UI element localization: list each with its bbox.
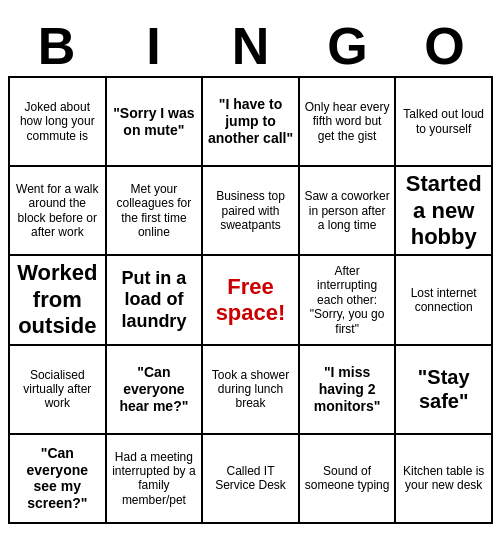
- bingo-cell-24: Kitchen table is your new desk: [396, 435, 493, 524]
- bingo-cell-5: Went for a walk around the block before …: [10, 167, 107, 256]
- bingo-cell-14: Lost internet connection: [396, 256, 493, 345]
- bingo-cell-20: "Can everyone see my screen?": [10, 435, 107, 524]
- bingo-cell-10: Worked from outside: [10, 256, 107, 345]
- bingo-cell-3: Only hear every fifth word but get the g…: [300, 78, 397, 167]
- bingo-letter-n: N: [205, 20, 297, 72]
- bingo-cell-23: Sound of someone typing: [300, 435, 397, 524]
- bingo-card: BINGO Joked about how long your commute …: [0, 12, 501, 532]
- bingo-cell-17: Took a shower during lunch break: [203, 346, 300, 435]
- bingo-cell-7: Business top paired with sweatpants: [203, 167, 300, 256]
- bingo-cell-18: "I miss having 2 monitors": [300, 346, 397, 435]
- bingo-letter-o: O: [399, 20, 491, 72]
- bingo-cell-9: Started a new hobby: [396, 167, 493, 256]
- bingo-cell-0: Joked about how long your commute is: [10, 78, 107, 167]
- bingo-cell-11: Put in a load of laundry: [107, 256, 204, 345]
- bingo-letter-g: G: [302, 20, 394, 72]
- bingo-cell-22: Called IT Service Desk: [203, 435, 300, 524]
- bingo-cell-21: Had a meeting interrupted by a family me…: [107, 435, 204, 524]
- bingo-cell-13: After interrupting each other: "Sorry, y…: [300, 256, 397, 345]
- bingo-cell-1: "Sorry I was on mute": [107, 78, 204, 167]
- bingo-cell-8: Saw a coworker in person after a long ti…: [300, 167, 397, 256]
- bingo-cell-4: Talked out loud to yourself: [396, 78, 493, 167]
- bingo-cell-16: "Can everyone hear me?": [107, 346, 204, 435]
- bingo-grid: Joked about how long your commute is"Sor…: [8, 76, 493, 524]
- bingo-header: BINGO: [8, 20, 493, 72]
- bingo-cell-19: "Stay safe": [396, 346, 493, 435]
- bingo-letter-i: I: [108, 20, 200, 72]
- bingo-cell-2: "I have to jump to another call": [203, 78, 300, 167]
- bingo-letter-b: B: [11, 20, 103, 72]
- bingo-cell-12: Free space!: [203, 256, 300, 345]
- bingo-cell-6: Met your colleagues for the first time o…: [107, 167, 204, 256]
- bingo-cell-15: Socialised virtually after work: [10, 346, 107, 435]
